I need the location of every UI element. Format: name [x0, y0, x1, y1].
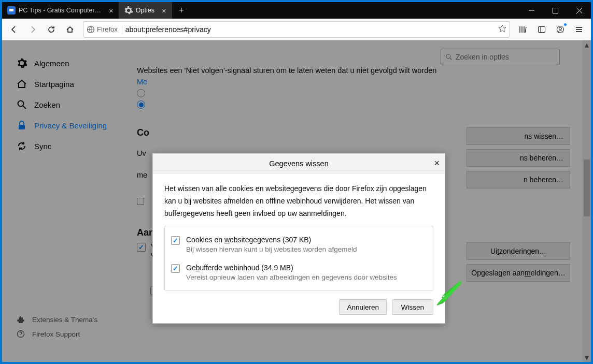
maximize-button[interactable] — [543, 2, 567, 19]
close-window-button[interactable] — [567, 2, 591, 19]
checkbox-cache[interactable] — [171, 264, 180, 273]
back-button[interactable] — [6, 22, 22, 37]
option-cache-label: Gebufferde webinhoud (34,9 MB) — [186, 264, 397, 272]
svg-rect-2 — [553, 8, 558, 13]
bookmark-star-icon[interactable] — [498, 24, 506, 34]
clear-button[interactable]: Wissen — [392, 299, 433, 315]
dialog-title: Gegevens wissen — [269, 159, 328, 168]
browser-window: PC Tips - Gratis Computer tips × Opties … — [2, 2, 591, 362]
option-cookies[interactable]: Cookies en websitegegevens (307 KB) Bij … — [171, 232, 427, 256]
dialog-body: Het wissen van alle cookies en websitege… — [153, 173, 445, 323]
forward-button[interactable] — [25, 22, 40, 37]
tab-label: Opties — [136, 7, 154, 14]
option-cookies-label: Cookies en websitegegevens (307 KB) — [186, 236, 357, 244]
option-cookies-sub: Bij wissen hiervan kunt u bij websites w… — [186, 245, 357, 253]
tab-options[interactable]: Opties × — [119, 2, 172, 19]
dialog-close-icon[interactable]: × — [434, 158, 440, 169]
identity-label: Firefox — [97, 25, 118, 33]
window-controls — [519, 2, 591, 19]
content-area: Algemeen Startpagina Zoeken Privacy & Be… — [2, 40, 591, 362]
tab-strip: PC Tips - Gratis Computer tips × Opties … — [2, 2, 591, 19]
svg-point-6 — [559, 27, 562, 30]
clear-data-dialog: Gegevens wissen × Het wissen van alle co… — [152, 153, 445, 324]
nav-toolbar: Firefox about:preferences#privacy — [2, 19, 591, 40]
dialog-header: Gegevens wissen × — [153, 154, 445, 173]
pctips-favicon-icon — [7, 6, 16, 14]
tab-close-icon[interactable]: × — [109, 6, 114, 15]
dialog-actions: Annuleren Wissen — [164, 299, 433, 315]
minimize-button[interactable] — [519, 2, 543, 19]
option-cache-sub: Vereist opnieuw laden van afbeeldingen e… — [186, 273, 397, 281]
new-tab-button[interactable]: + — [172, 2, 191, 19]
option-cache[interactable]: Gebufferde webinhoud (34,9 MB) Vereist o… — [171, 260, 427, 284]
library-icon[interactable] — [515, 22, 531, 37]
identity-box[interactable]: Firefox — [87, 25, 122, 34]
svg-rect-1 — [9, 9, 13, 11]
account-icon[interactable] — [553, 22, 568, 37]
tab-close-icon[interactable]: × — [162, 6, 166, 15]
dialog-description: Het wissen van alle cookies en websitege… — [164, 183, 433, 220]
home-button[interactable] — [62, 22, 78, 37]
tab-pctips[interactable]: PC Tips - Gratis Computer tips × — [2, 2, 119, 19]
url-bar[interactable]: Firefox about:preferences#privacy — [83, 21, 510, 38]
gear-icon — [124, 6, 133, 14]
reload-button[interactable] — [44, 22, 59, 37]
svg-rect-4 — [539, 26, 545, 32]
cancel-button[interactable]: Annuleren — [339, 299, 387, 315]
menu-icon[interactable] — [571, 22, 587, 37]
checkbox-cookies[interactable] — [171, 236, 180, 245]
sidebar-icon[interactable] — [534, 22, 549, 37]
dialog-options: Cookies en websitegegevens (307 KB) Bij … — [164, 226, 433, 291]
url-text: about:preferences#privacy — [125, 25, 495, 34]
tab-label: PC Tips - Gratis Computer tips — [19, 7, 102, 14]
